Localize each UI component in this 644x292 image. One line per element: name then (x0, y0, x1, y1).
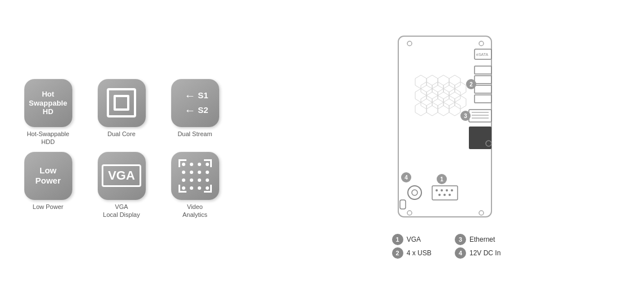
svg-rect-19 (469, 127, 491, 149)
port-name-usb: 4 x USB (407, 249, 432, 257)
s2-label: S2 (198, 105, 208, 115)
feature-item-dual-core: Dual Core (90, 79, 153, 138)
svg-point-45 (451, 189, 453, 191)
dual-core-label: Dual Core (107, 130, 136, 138)
svg-point-42 (436, 189, 438, 191)
svg-text:1: 1 (440, 176, 443, 182)
device-section: eSATA 2 3 (254, 33, 627, 259)
svg-rect-41 (432, 186, 458, 200)
svg-rect-7 (475, 66, 491, 74)
video-analytics-label: VideoAnalytics (182, 203, 207, 219)
dual-stream-label: Dual Stream (177, 130, 212, 138)
svg-rect-10 (475, 95, 491, 103)
port-label-usb: 2 4 x USB (392, 247, 438, 259)
feature-item-vga: VGA VGALocal Display (90, 152, 153, 219)
svg-point-44 (446, 189, 448, 191)
low-power-label: Low Power (33, 203, 63, 211)
main-container: HotSwappableHD Hot-SwappableHDD Dual Cor… (0, 0, 644, 292)
svg-rect-8 (475, 76, 491, 84)
svg-point-2 (479, 41, 484, 46)
hot-swap-text: HotSwappableHD (29, 90, 67, 116)
svg-point-52 (412, 190, 417, 195)
dual-core-graphic (107, 88, 136, 117)
port-label-dc: 4 12V DC In (455, 247, 501, 259)
feature-item-dual-stream: ← S1 ← S2 Dual Stream (164, 79, 226, 138)
port-badge-2: 2 (392, 247, 403, 259)
vga-icon: VGA (98, 152, 146, 200)
features-section: HotSwappableHD Hot-SwappableHDD Dual Cor… (17, 73, 254, 219)
s1-arrow-icon: ← (184, 90, 195, 101)
dual-stream-icon: ← S1 ← S2 (171, 79, 219, 127)
corner-tl-icon (179, 159, 186, 167)
port-badge-4: 4 (455, 247, 466, 259)
svg-rect-55 (400, 200, 406, 209)
video-analytics-icon (171, 152, 219, 200)
port-name-vga: VGA (407, 236, 421, 243)
feature-item-video-analytics: VideoAnalytics (164, 152, 226, 219)
svg-rect-13 (469, 110, 491, 122)
corner-tr-icon (204, 159, 212, 167)
svg-text:3: 3 (464, 113, 467, 119)
low-power-icon: LowPower (24, 152, 72, 200)
s1-label: S1 (198, 90, 208, 101)
svg-point-43 (441, 189, 443, 191)
dual-core-outer-square (107, 88, 136, 117)
svg-text:4: 4 (404, 175, 408, 181)
device-wrapper: eSATA 2 3 (381, 33, 511, 259)
video-analytics-brackets (179, 159, 212, 193)
port-label-vga: 1 VGA (392, 234, 438, 245)
port-name-dc: 12V DC In (469, 249, 501, 257)
port-labels: 1 VGA 3 Ethernet 2 4 x USB 4 12V DC In (392, 234, 501, 259)
port-badge-1: 1 (392, 234, 403, 245)
svg-text:eSATA: eSATA (476, 53, 488, 56)
feature-row-1: HotSwappableHD Hot-SwappableHDD Dual Cor… (17, 79, 254, 146)
s2-arrow-icon: ← (184, 104, 195, 116)
svg-point-3 (407, 211, 412, 215)
dual-core-inner-square (114, 95, 129, 111)
svg-point-48 (449, 194, 451, 196)
port-badge-3: 3 (455, 234, 466, 245)
video-analytics-graphic (180, 160, 211, 191)
svg-text:2: 2 (469, 81, 473, 88)
device-svg: eSATA 2 3 (381, 33, 511, 225)
corner-bl-icon (179, 185, 186, 193)
port-name-ethernet: Ethernet (469, 236, 495, 243)
feature-item-hot-swap: HotSwappableHD Hot-SwappableHDD (17, 79, 79, 146)
svg-point-47 (443, 194, 446, 196)
svg-point-1 (407, 41, 412, 46)
hot-swap-icon: HotSwappableHD (24, 79, 72, 127)
dual-core-icon (98, 79, 146, 127)
svg-rect-9 (475, 85, 491, 93)
feature-item-low-power: LowPower Low Power (17, 152, 79, 211)
svg-rect-51 (408, 186, 421, 199)
svg-point-46 (438, 194, 441, 196)
dual-stream-graphic: ← S1 ← S2 (181, 90, 208, 116)
feature-row-2: LowPower Low Power VGA VGALocal Display (17, 152, 254, 219)
low-power-text: LowPower (35, 165, 60, 186)
device-diagram: eSATA 2 3 (381, 33, 511, 225)
vga-text: VGA (102, 164, 141, 187)
hot-swap-label: Hot-SwappableHDD (27, 130, 69, 146)
port-label-ethernet: 3 Ethernet (455, 234, 501, 245)
stream-s1-row: ← S1 (184, 90, 208, 101)
corner-br-icon (204, 185, 212, 193)
stream-s2-row: ← S2 (184, 104, 208, 116)
svg-point-4 (479, 211, 484, 215)
vga-label: VGALocal Display (103, 203, 140, 219)
